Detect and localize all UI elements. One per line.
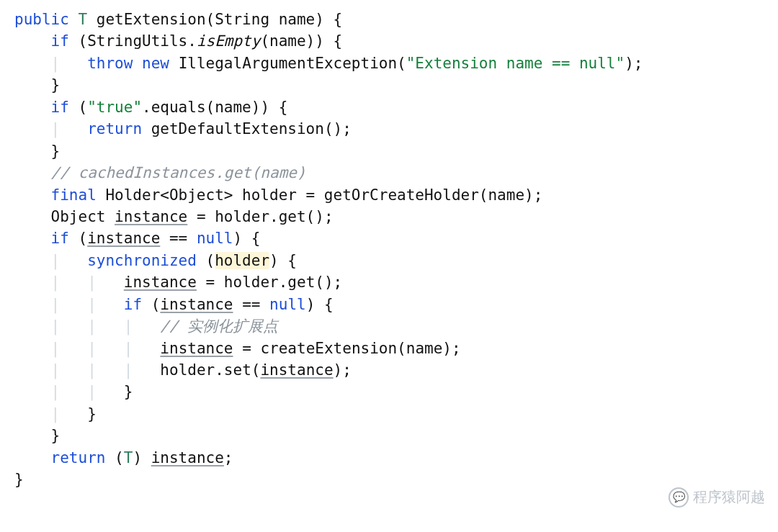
comment: // cachedInstances.get(name) bbox=[51, 164, 306, 181]
string-literal: "true" bbox=[87, 99, 142, 116]
kw-return: return bbox=[51, 449, 106, 466]
string-literal: "Extension name == null" bbox=[406, 55, 625, 72]
kw-if: if bbox=[51, 32, 69, 50]
var-instance: instance bbox=[115, 208, 187, 225]
kw-null: null bbox=[269, 296, 306, 313]
var-instance: instance bbox=[151, 449, 224, 466]
kw-if: if bbox=[124, 296, 142, 313]
var-instance: instance bbox=[260, 361, 333, 379]
watermark: 💬 程序猿阿越 bbox=[669, 487, 765, 508]
code-block: public T getExtension(String name) { if … bbox=[14, 9, 764, 491]
static-call: isEmpty bbox=[197, 32, 261, 50]
highlight-holder: holder bbox=[215, 252, 269, 269]
var-instance: instance bbox=[124, 274, 197, 291]
type-param: T bbox=[79, 11, 88, 28]
kw-public: public bbox=[14, 11, 69, 28]
method-name: getExtension bbox=[97, 11, 206, 28]
kw-throw: throw bbox=[87, 55, 133, 72]
kw-new: new bbox=[142, 55, 169, 72]
comment-cn: // 实例化扩展点 bbox=[160, 317, 278, 335]
var-instance: instance bbox=[160, 296, 233, 313]
watermark-text: 程序猿阿越 bbox=[693, 487, 765, 508]
kw-if: if bbox=[51, 230, 69, 247]
var-instance: instance bbox=[160, 340, 233, 357]
kw-if: if bbox=[51, 99, 69, 116]
kw-return: return bbox=[87, 120, 142, 137]
kw-final: final bbox=[51, 186, 97, 204]
type-param: T bbox=[124, 449, 133, 466]
kw-null: null bbox=[197, 230, 233, 247]
var-instance: instance bbox=[87, 230, 160, 247]
wechat-icon: 💬 bbox=[669, 487, 689, 508]
kw-synchronized: synchronized bbox=[87, 252, 197, 269]
